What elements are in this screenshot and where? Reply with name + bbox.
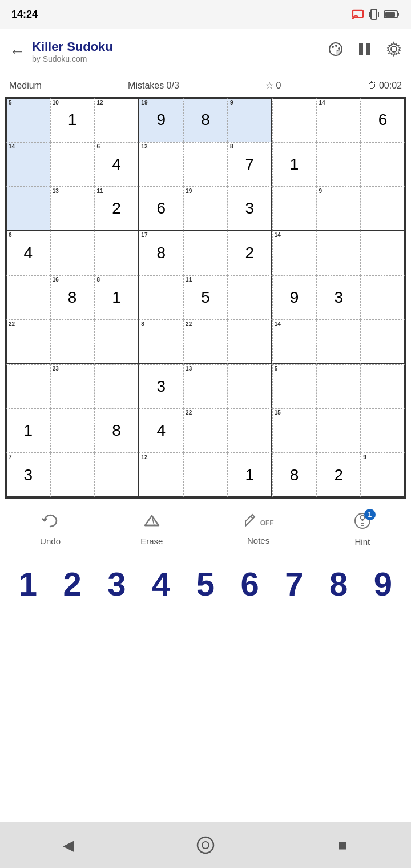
cell[interactable] — [361, 364, 405, 409]
cell[interactable] — [272, 187, 317, 231]
cell[interactable]: 8 — [183, 98, 228, 142]
cell[interactable]: 14 — [316, 98, 361, 142]
cell[interactable]: 178 — [139, 231, 183, 275]
settings-button[interactable] — [386, 41, 402, 61]
cell[interactable] — [139, 275, 183, 320]
cell[interactable]: 1 — [6, 408, 50, 453]
cell[interactable] — [183, 142, 228, 187]
cell[interactable]: 3 — [228, 187, 272, 231]
nav-back-button[interactable]: ◀ — [51, 828, 86, 862]
cell[interactable]: 101 — [50, 98, 95, 142]
cell[interactable]: 8 — [139, 320, 183, 364]
cell[interactable] — [6, 364, 50, 409]
cell[interactable]: 3 — [316, 275, 361, 320]
cell[interactable]: 8 — [272, 453, 317, 497]
cell[interactable] — [316, 408, 361, 453]
cell[interactable] — [316, 231, 361, 275]
cell[interactable]: 15 — [272, 408, 317, 453]
cell[interactable]: 64 — [95, 142, 139, 187]
back-button[interactable]: ← — [9, 42, 25, 61]
cell[interactable]: 73 — [6, 453, 50, 497]
cell[interactable]: 64 — [6, 231, 50, 275]
numpad-button-2[interactable]: 2 — [53, 565, 92, 603]
cell[interactable] — [361, 231, 405, 275]
nav-recent-button[interactable]: ■ — [325, 828, 360, 862]
cell[interactable]: 87 — [228, 142, 272, 187]
cell[interactable]: 3 — [139, 364, 183, 409]
cell[interactable]: 199 — [139, 98, 183, 142]
cell[interactable]: 8 — [95, 408, 139, 453]
cell[interactable]: 14 — [272, 320, 317, 364]
cell[interactable] — [6, 275, 50, 320]
cell[interactable]: 4 — [139, 408, 183, 453]
cell[interactable]: 6 — [139, 187, 183, 231]
cell[interactable] — [50, 453, 95, 497]
cell[interactable] — [50, 142, 95, 187]
cell[interactable] — [316, 320, 361, 364]
cell[interactable]: 14 — [6, 142, 50, 187]
numpad-button-1[interactable]: 1 — [9, 565, 47, 603]
cell[interactable] — [316, 364, 361, 409]
cell[interactable] — [183, 231, 228, 275]
cell[interactable] — [228, 275, 272, 320]
cell[interactable]: 2 — [316, 453, 361, 497]
cell[interactable]: 168 — [50, 275, 95, 320]
nav-home-button[interactable] — [188, 828, 223, 862]
cell[interactable] — [50, 408, 95, 453]
cell[interactable]: 22 — [183, 320, 228, 364]
numpad-button-6[interactable]: 6 — [231, 565, 269, 603]
cell[interactable]: 12 — [139, 453, 183, 497]
hint-button[interactable]: 1 Hint — [354, 512, 371, 546]
erase-button[interactable]: Erase — [140, 513, 163, 546]
cell[interactable]: 5 — [6, 98, 50, 142]
cell[interactable] — [361, 142, 405, 187]
undo-button[interactable]: Undo — [40, 513, 61, 546]
numpad-button-9[interactable]: 9 — [364, 565, 402, 603]
cell[interactable] — [361, 320, 405, 364]
cell[interactable]: 9 — [228, 98, 272, 142]
numpad-button-5[interactable]: 5 — [186, 565, 225, 603]
cell[interactable] — [228, 320, 272, 364]
cell[interactable]: 1 — [272, 142, 317, 187]
cell[interactable]: 13 — [183, 364, 228, 409]
cell[interactable] — [50, 231, 95, 275]
palette-button[interactable] — [328, 41, 344, 61]
cell[interactable]: 2 — [228, 231, 272, 275]
cell[interactable]: 12 — [139, 142, 183, 187]
cell[interactable] — [95, 453, 139, 497]
cell[interactable] — [95, 320, 139, 364]
cell[interactable] — [361, 408, 405, 453]
cell[interactable]: 9 — [272, 275, 317, 320]
cell[interactable]: 9 — [316, 187, 361, 231]
cell[interactable]: 12 — [95, 98, 139, 142]
numpad-button-4[interactable]: 4 — [142, 565, 180, 603]
pause-button[interactable] — [357, 41, 372, 61]
cell[interactable] — [272, 98, 317, 142]
cell[interactable]: 112 — [95, 187, 139, 231]
cell[interactable] — [183, 453, 228, 497]
cell[interactable] — [228, 408, 272, 453]
cell[interactable]: 13 — [50, 187, 95, 231]
numpad-button-3[interactable]: 3 — [97, 565, 136, 603]
cell[interactable]: 6 — [361, 98, 405, 142]
numpad-button-8[interactable]: 8 — [319, 565, 358, 603]
cell[interactable] — [361, 275, 405, 320]
cell[interactable] — [50, 320, 95, 364]
cell[interactable]: 1 — [228, 453, 272, 497]
cell[interactable]: 19 — [183, 187, 228, 231]
cell[interactable] — [95, 231, 139, 275]
notes-button[interactable]: OFF Notes — [243, 513, 274, 545]
cell[interactable] — [361, 187, 405, 231]
cell[interactable] — [6, 187, 50, 231]
cell[interactable]: 5 — [272, 364, 317, 409]
cell[interactable]: 23 — [50, 364, 95, 409]
cell[interactable]: 115 — [183, 275, 228, 320]
cell[interactable]: 22 — [183, 408, 228, 453]
cell[interactable]: 22 — [6, 320, 50, 364]
cell[interactable]: 81 — [95, 275, 139, 320]
cell[interactable] — [316, 142, 361, 187]
numpad-button-7[interactable]: 7 — [275, 565, 313, 603]
cell[interactable] — [95, 364, 139, 409]
cell[interactable]: 9 — [361, 453, 405, 497]
cell[interactable] — [228, 364, 272, 409]
